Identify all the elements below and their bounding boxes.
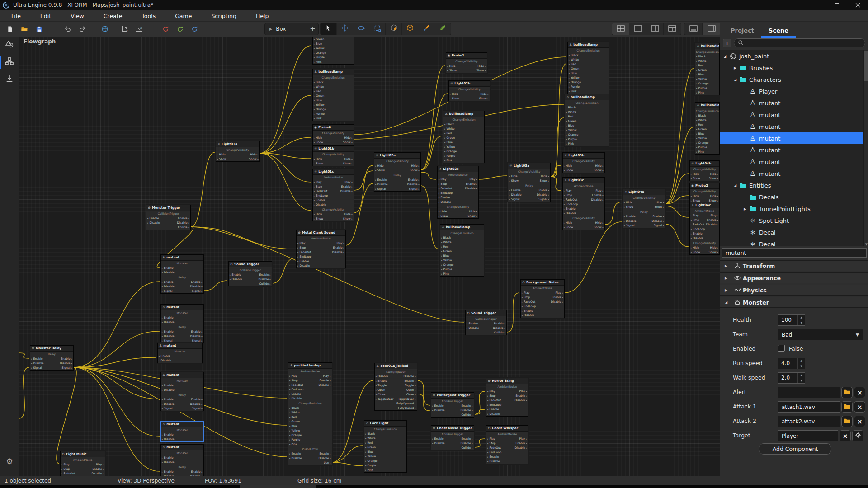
output-port[interactable]: Disable ▸ [493, 326, 505, 330]
input-port[interactable]: ▸ Disable [314, 202, 326, 207]
input-port[interactable]: ▸ Enable [162, 329, 174, 334]
input-port[interactable]: ▸ Yellow [314, 46, 325, 51]
input-port[interactable]: ▸ Purple [696, 145, 707, 150]
input-port[interactable]: ▸ Red [289, 415, 297, 419]
flowgraph-node-light04c[interactable]: ☼Light04cAmbientNoise▸ PlayPlay ▸▸ StopE… [689, 202, 720, 255]
output-port[interactable]: Enable ▸ [319, 451, 331, 456]
input-port[interactable]: ▸ FadeOut [314, 189, 327, 193]
flowgraph-node-light03b[interactable]: ☼Light03bChangeVisibility▸ HideHide ▸▸ S… [562, 152, 605, 173]
output-port[interactable]: Disable ▸ [319, 456, 331, 460]
input-port[interactable]: ▸ Show [217, 157, 226, 161]
output-port[interactable]: Signal ▸ [192, 406, 203, 411]
output-port[interactable]: Disable ▸ [404, 374, 416, 379]
output-port[interactable]: Show ▸ [343, 140, 353, 145]
input-port[interactable]: ▸ Close [376, 392, 385, 397]
input-port[interactable]: ▸ Green [365, 445, 376, 450]
input-port[interactable]: ▸ Disable [691, 236, 703, 240]
import-tool[interactable] [0, 71, 19, 88]
output-port[interactable]: Enable ▸ [538, 188, 549, 192]
input-port[interactable]: ▸ Purple [314, 55, 325, 60]
input-port[interactable]: ▸ Hide [314, 212, 322, 216]
input-port[interactable]: ▸ Disable [162, 460, 174, 465]
grid-snap-icon[interactable]: 2 [118, 23, 131, 35]
face-select-button[interactable] [386, 23, 402, 35]
input-port[interactable]: ▸ FadeOut [289, 383, 303, 387]
flowgraph-node-horror-sting[interactable]: ⊖Horror StingAmbientNoise▸ PlayPlay ▸▸ S… [486, 378, 528, 417]
output-port[interactable]: Hide ▸ [541, 174, 549, 178]
output-port[interactable]: Enable ▸ [178, 216, 189, 221]
output-port[interactable]: Hide ▸ [710, 194, 718, 198]
scrollbar-down-icon[interactable]: ▼ [864, 243, 868, 246]
flowgraph-node-ghost-noise-trigger[interactable]: ⊖Ghost Noise TriggerCollisionTrigger▸ En… [431, 425, 474, 450]
output-port[interactable]: Hide ▸ [344, 136, 353, 140]
input-port[interactable]: ▸ Disable [162, 437, 174, 441]
attack-1-browse-button[interactable] [841, 401, 853, 413]
output-port[interactable]: FullyOpened ▸ [396, 401, 416, 406]
input-port[interactable]: ▸ Enable [487, 455, 499, 459]
output-port[interactable]: Signal ▸ [62, 366, 73, 370]
alert-browse-button[interactable] [841, 387, 853, 398]
spinner-arrows[interactable]: ▲▼ [797, 315, 805, 325]
input-port[interactable]: ▸ Blue [314, 42, 322, 46]
output-port[interactable]: Collide ▸ [259, 282, 271, 286]
output-port[interactable]: Enable ▸ [191, 469, 203, 474]
input-port[interactable]: ▸ Purple [365, 463, 376, 468]
input-port[interactable]: ▸ White [365, 436, 375, 441]
input-port[interactable]: ▸ Black [696, 54, 706, 59]
input-port[interactable]: ▸ FadeOut [564, 197, 577, 202]
section-transform[interactable]: ▶ Transform [720, 260, 868, 271]
input-port[interactable]: ▸ Stop [314, 184, 322, 189]
flowgraph-node-light03c[interactable]: ☼Light03cAmbientNoise▸ PlayPlay ▸▸ StopE… [562, 177, 605, 230]
input-port[interactable]: ▸ Green [566, 119, 576, 123]
output-port[interactable]: Enable ▸ [515, 441, 527, 446]
input-port[interactable]: ▸ Play [297, 241, 305, 245]
menu-item-edit[interactable]: Edit [33, 13, 58, 19]
input-port[interactable]: ▸ Stop [289, 378, 298, 383]
input-port[interactable]: ▸ Green [569, 66, 579, 71]
input-port[interactable]: ▸ Play [691, 213, 698, 218]
input-port[interactable]: ▸ Pink [365, 468, 373, 472]
output-port[interactable]: Disable ▸ [551, 300, 563, 304]
input-port[interactable]: ▸ Stop [439, 182, 447, 186]
output-port[interactable]: Enable ▸ [259, 272, 271, 277]
input-port[interactable]: ▸ Play [314, 180, 321, 184]
input-port[interactable]: ▸ Show [439, 214, 448, 218]
input-port[interactable]: ▸ Purple [441, 267, 452, 272]
input-port[interactable]: ▸ Yellow [566, 128, 577, 132]
attack-1-input[interactable]: attach1.wav [778, 401, 840, 413]
output-port[interactable]: Collide ▸ [178, 225, 189, 230]
input-port[interactable]: ▸ Enable [432, 404, 444, 408]
input-port[interactable]: ▸ Enable [522, 309, 533, 313]
target-pick-button[interactable] [852, 430, 863, 441]
output-port[interactable]: Disable ▸ [652, 219, 664, 223]
output-port[interactable]: Play ▸ [711, 213, 718, 218]
flowgraph-node-ghost-whisper[interactable]: ⊖Ghost WhisperAmbientNoise▸ PlayPlay ▸▸ … [486, 425, 528, 464]
input-port[interactable]: ▸ Red [569, 62, 576, 66]
output-port[interactable]: Disable ▸ [465, 186, 477, 191]
input-port[interactable]: ▸ EndLoop [314, 193, 328, 198]
output-port[interactable]: Enable ▸ [319, 378, 331, 383]
menu-item-create[interactable]: Create [97, 13, 129, 19]
flowgraph-node-light02b[interactable]: ☼Light02bChangeVisibility▸ HideHide ▸▸ S… [448, 80, 490, 101]
flowgraph-node-monster-delay[interactable]: ⊖Monster DelayRelay▸ EnableEnable ▸▸ Dis… [30, 345, 74, 371]
output-port[interactable]: Play ▸ [519, 389, 527, 394]
expander-collapsed-icon[interactable]: ▶ [732, 66, 738, 70]
input-port[interactable]: ▸ White [569, 57, 579, 62]
output-port[interactable]: Disable ▸ [407, 182, 420, 187]
output-port[interactable]: Hide ▸ [480, 92, 489, 96]
input-port[interactable]: ▸ Purple [314, 112, 325, 116]
input-port[interactable]: ▸ Red [566, 114, 573, 119]
input-port[interactable]: ▸ Red [696, 122, 703, 127]
output-port[interactable]: Disable ▸ [190, 402, 203, 406]
output-port[interactable]: Enable ▸ [466, 182, 477, 186]
input-port[interactable]: ▸ Disable [31, 361, 43, 366]
input-port[interactable]: ▸ Hide [624, 200, 632, 205]
output-port[interactable]: Hide ▸ [469, 209, 477, 214]
tree-item-brushes[interactable]: ▶Brushes [720, 62, 868, 74]
input-port[interactable]: ▸ White [566, 110, 576, 114]
output-port[interactable]: Collide ▸ [462, 413, 473, 417]
output-port[interactable]: Enable ▸ [333, 245, 344, 250]
output-port[interactable]: Enable ▸ [404, 379, 416, 383]
tree-item-mutant[interactable]: ♙mutant [720, 168, 868, 179]
input-port[interactable]: ▸ Blue [441, 253, 449, 258]
